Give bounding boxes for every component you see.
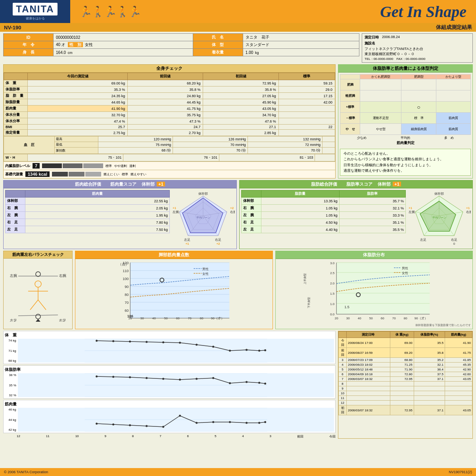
muscle-score-label: 筋肉量スコア — [110, 182, 136, 186]
svg-point-138 — [212, 377, 214, 379]
weight-col: 体 重(kg) — [390, 332, 414, 338]
svg-marker-48 — [36, 319, 40, 322]
svg-text:40: 40 — [357, 317, 361, 320]
fat-dist-svg: 3.0 2.5 2.0 1.5 1.0 0.0 上半身型 下半身型 — [277, 261, 471, 322]
fat-col: 体脂肪率(%) — [414, 332, 445, 338]
bmr-row: 基礎代謝量 1346 kcal 燃えにくい 標準 燃えやすい — [4, 170, 335, 178]
axis-labels: 少なめ 平均的 多 め — [340, 136, 471, 140]
svg-text:70: 70 — [392, 317, 395, 320]
svg-text:（点）: （点） — [118, 262, 129, 266]
get-in-shape-title: Get In Shape — [380, 2, 466, 21]
table-row: 7 2006/03/07 18:32 72.95 37.1 43.05 — [339, 377, 472, 382]
svg-text:左腕: 左腕 — [173, 210, 179, 214]
svg-text:左足: 左足 — [420, 238, 426, 242]
leg-muscle-chart: 脚部筋肉量点数 120 110 100 90 — [75, 251, 273, 329]
table-row: 体水分率 47.4 % 47.3 % 47.6 % — [4, 118, 335, 125]
leg-muscle-header: 脚部筋肉量点数 — [75, 251, 273, 259]
height-value: 164.0 cm — [54, 49, 193, 56]
svg-point-47 — [36, 314, 40, 319]
facility-address: 東京都板橋区前野町０－０－０ — [365, 52, 470, 57]
svg-text:男性: 男性 — [402, 267, 408, 270]
body-fat-header: 体脂肪率と筋肉量による体型判定 — [338, 65, 472, 73]
col-today: 今回の測定値 — [28, 73, 128, 80]
id-value: 00000000102 — [54, 34, 193, 41]
fat-score-label: 脂肪率スコア — [346, 182, 372, 186]
fat-y-labels: 38 % 35 % 32 % — [5, 373, 16, 397]
svg-point-123 — [212, 346, 214, 348]
fat-note — [240, 248, 472, 249]
balance-diagram: 左腕 右腕 左足 右足 — [4, 259, 72, 323]
muscle-content: 筋肉量 体幹部 22.55 kg 右 腕 2.05 kg 左 腕 1.95 kg… — [4, 188, 236, 248]
date-col: 測定日時 — [347, 332, 390, 338]
facility-tel: TEL：00-0000-0000 FAX：00-0000-0000 — [365, 57, 470, 61]
svg-text:70: 70 — [125, 301, 129, 305]
svg-text:20: 20 — [334, 317, 338, 320]
history-data-table: 測定日時 体 重(kg) 体脂肪率(%) 筋肉量(kg) 今回 2006/08/… — [338, 331, 472, 415]
logo-sub-text: 健康をはかる — [26, 16, 45, 21]
bp-table: 血 圧 最高 120 mmHg 126 mmHg 132 mmHg 最低 75 … — [4, 136, 335, 154]
id-label: ID — [4, 34, 54, 41]
muscle-radar: 体幹部 右腕 左腕 左足 右足 +2 +1 +1 +2 平均ゾーン — [171, 190, 235, 246]
table-row: 6 2006/04/09 16:18 72.80 37.5 42.60 — [339, 372, 472, 377]
svg-text:男性: 男性 — [202, 267, 209, 271]
svg-point-156 — [258, 422, 260, 424]
table-row: 右 足 4.50 kg 35.1 % — [242, 219, 406, 226]
height-label: 身 長 — [4, 49, 54, 56]
table-row: 筋肉量 41.90 kg 41.75 kg 43.05 kg — [4, 106, 335, 112]
svg-line-46 — [18, 315, 58, 316]
table-row: 左 足 4.40 kg 35.5 % — [242, 226, 406, 233]
fat-chart-title: 体脂肪率 — [5, 367, 334, 372]
svg-point-131 — [96, 376, 98, 378]
svg-text:体幹部: 体幹部 — [434, 192, 444, 196]
svg-point-147 — [112, 424, 114, 426]
svg-text:平均ゾーン: 平均ゾーン — [196, 216, 210, 219]
table-row: 除脂肪量 44.65 kg 44.45 kg 45.90 kg 42.00 — [4, 99, 335, 106]
clothes-label: 着衣量 — [193, 49, 243, 56]
svg-point-149 — [146, 425, 148, 427]
svg-point-157 — [264, 421, 266, 423]
svg-text:80: 80 — [403, 317, 407, 320]
svg-text:左足: 左足 — [184, 238, 190, 242]
wh-table: W・H 75・101 76・101 81・103 — [4, 154, 335, 161]
table-row: 9 — [339, 386, 472, 391]
muscle-body-part: 体幹部 — [142, 182, 155, 186]
muscle-table: 筋肉量 体幹部 22.55 kg 右 腕 2.05 kg 左 腕 1.95 kg… — [5, 190, 170, 233]
fat-table: 脂肪量 脂肪率 体幹部 13.35 kg 35.7 % 右 腕 1.05 kg … — [241, 190, 406, 233]
fat-content: 脂肪量 脂肪率 体幹部 13.35 kg 35.7 % 右 腕 1.05 kg … — [240, 188, 472, 248]
svg-text:右足: 右足 — [59, 319, 66, 322]
svg-text:+1: +1 — [409, 206, 413, 210]
muscle-chart: 筋肉量 46 kg 44 kg 42 kg — [3, 400, 336, 433]
svg-rect-83 — [336, 263, 430, 314]
body-type-value: スタンダード — [243, 41, 359, 49]
name-label: 氏 名 — [193, 34, 243, 41]
model-number: NV-190 — [4, 25, 21, 31]
svg-text:60: 60 — [125, 309, 129, 313]
table-row: 体幹部 13.35 kg 35.7 % — [242, 198, 406, 205]
fat-section: 脂肪総合評価 脂肪率スコア 体幹部 +1 脂肪量 脂肪率 — [239, 180, 473, 249]
fat-chart-svg — [18, 373, 334, 397]
svg-rect-51 — [130, 263, 229, 318]
table-row: 4 2006/06/23 18:02 71.25 32.1 45.35 — [339, 363, 472, 367]
svg-point-38 — [36, 272, 40, 276]
history-section: 体 重 74 kg 71 kg 68 kg — [3, 331, 473, 439]
svg-text:90（才）: 90（才） — [414, 317, 427, 320]
leg-muscle-chart-container: 120 110 100 90 80 70 60 （点） 20 — [75, 259, 273, 324]
body-type-label: 体 型 — [193, 41, 243, 49]
svg-point-139 — [229, 382, 231, 384]
svg-text:右腕: 右腕 — [59, 274, 66, 278]
col-prev: 前回値 — [128, 73, 203, 80]
svg-text:30: 30 — [346, 317, 349, 320]
patient-table: ID 00000000102 氏 名 タニタ 花子 年 令 40 才 性 別 女… — [3, 33, 359, 56]
svg-point-117 — [112, 340, 114, 342]
svg-text:右腕: 右腕 — [466, 210, 471, 214]
svg-text:+1: +1 — [185, 242, 189, 246]
full-body-table: 今回の測定値 前回値 初回値 標準 体 重 69.00 kg 68.20 kg … — [4, 73, 335, 136]
svg-text:左腕: 左腕 — [409, 210, 415, 214]
leg-muscle-svg: 120 110 100 90 80 70 60 （点） 20 — [77, 261, 271, 322]
table-row: 10 — [339, 391, 472, 396]
fat-header: 脂肪総合評価 脂肪率スコア 体幹部 +1 — [240, 180, 472, 188]
fat-radar: 体幹部 右腕 左腕 左足 右足 +1 +1 0 平均ゾーン — [407, 190, 471, 246]
svg-point-119 — [146, 341, 148, 343]
bmr-label: 基礎代謝量 — [5, 172, 23, 177]
name-value: タニタ 花子 — [243, 34, 359, 41]
